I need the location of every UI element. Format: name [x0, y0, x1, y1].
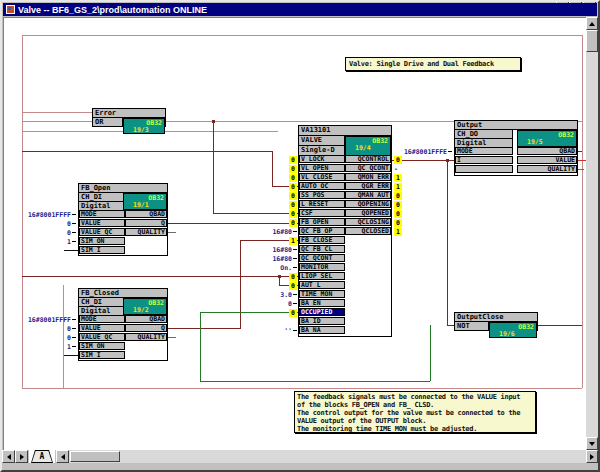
position-label: 19/2 — [124, 306, 166, 313]
pin-vl_open[interactable]: VL_OPEN — [299, 164, 345, 172]
scroll-left-button[interactable] — [56, 450, 69, 463]
sheet-tab-label: A — [40, 452, 45, 461]
pin-qgr_err[interactable]: QGR_ERR — [345, 182, 391, 190]
pin-value-ba_na: '' — [284, 327, 297, 335]
scroll-right-button[interactable] — [586, 450, 598, 463]
pin-ba_id[interactable]: BA_ID — [299, 317, 345, 325]
note-description[interactable]: The feedback signals must be connected t… — [294, 391, 536, 433]
vertical-scrollbar[interactable] — [586, 17, 598, 450]
input-pins: MODEVALUEVALUE_QCSIM_ONSIM_I — [79, 210, 125, 255]
pin-value_qc[interactable]: VALUE_QC — [79, 228, 125, 236]
pin-qclosed[interactable]: QCLOSED — [345, 227, 391, 235]
block-output[interactable]: Output CH_DO Digital OB32 19/5 MODEI QBA… — [454, 120, 578, 176]
pin-v_lock[interactable]: V_LOCK — [299, 155, 345, 163]
wire — [200, 381, 430, 382]
right-arrow-icon — [20, 454, 24, 460]
block-output-close[interactable]: OutputClose NOT OB32 19/6 — [454, 312, 538, 331]
pin-qc_fb_op[interactable]: QC_FB_OP — [299, 227, 345, 235]
pin-sim_i[interactable]: SIM_I — [79, 246, 125, 254]
vertical-scroll-thumb[interactable] — [586, 30, 598, 52]
wire — [582, 35, 583, 388]
pin-value[interactable]: VALUE — [79, 219, 125, 227]
pin-time_mon[interactable]: TIME_MON — [299, 290, 345, 298]
pin-quality[interactable]: QUALITY — [517, 165, 577, 173]
wire — [447, 325, 454, 326]
pin-value-qc_fb_cl: 16#80 — [272, 246, 297, 254]
pin-fb_close[interactable]: FB_CLOSE — [299, 236, 345, 244]
wire — [578, 151, 582, 152]
pin-aut_l[interactable]: AUT_L — [299, 281, 345, 289]
pin-qclosing[interactable]: QCLOSING — [345, 218, 391, 226]
task-label: OB32 — [518, 131, 576, 138]
pin-l_reset[interactable]: L_RESET — [299, 200, 345, 208]
pin-mode[interactable]: MODE — [79, 210, 125, 218]
block-error[interactable]: Error OR OB32 19/3 — [92, 108, 166, 127]
pin-ss_pos[interactable]: SS_POS — [299, 191, 345, 199]
pin-value-sim_on: 1 — [67, 238, 76, 246]
pin-qmon_err[interactable]: QMON_ERR — [345, 173, 391, 181]
pin-sim_i[interactable]: SIM_I — [79, 351, 125, 359]
sheet-tab-a[interactable]: A — [31, 450, 53, 463]
pin-sim_on[interactable]: SIM_ON — [79, 342, 125, 350]
pin-value[interactable]: VALUE — [79, 324, 125, 332]
horizontal-scrollbar[interactable] — [69, 450, 586, 463]
scroll-down-button[interactable] — [586, 437, 598, 450]
wire — [22, 121, 92, 122]
pin-blank[interactable] — [455, 165, 513, 173]
pin-quality[interactable]: QUALITY — [125, 333, 167, 341]
pin-liop_sel[interactable]: LIOP_SEL — [299, 272, 345, 280]
pin-mode[interactable]: MODE — [455, 147, 513, 155]
pin-i[interactable]: I — [455, 156, 513, 164]
pin-auto_oc[interactable]: AUTO_OC — [299, 182, 345, 190]
pin-qbad[interactable]: QBAD — [125, 210, 167, 218]
left-arrow-icon — [61, 454, 65, 460]
pin-qopened[interactable]: QOPENED — [345, 209, 391, 217]
wire — [168, 232, 176, 233]
pin-qc_fb_cl[interactable]: QC_FB_CL — [299, 245, 345, 253]
pin-fb_open[interactable]: FB_OPEN — [299, 218, 345, 226]
block-fb-open[interactable]: FB_Open CH_DI Digital OB32 19/1 MODEVALU… — [78, 183, 168, 256]
pin-ba_na[interactable]: BA_NA — [299, 326, 345, 334]
pin-ba_en[interactable]: BA_EN — [299, 299, 345, 307]
pin-vl_close[interactable]: VL_CLOSE — [299, 173, 345, 181]
cfc-editor-window: { "window": { "title": "Valve -- BF6_GS_… — [0, 0, 600, 472]
pin-qc_qcont[interactable]: QC_QCONT — [299, 254, 345, 262]
pin-qbad[interactable]: QBAD — [517, 147, 577, 155]
pin-csf[interactable]: CSF — [299, 209, 345, 217]
scroll-up-button[interactable] — [586, 17, 598, 30]
pin-qbad[interactable]: QBAD — [125, 315, 167, 323]
pin-qopening[interactable]: QOPENING — [345, 200, 391, 208]
pin-occupied[interactable]: OCCUPIED — [299, 308, 345, 316]
input-pins: MODEVALUEVALUE_QCSIM_ONSIM_I — [79, 315, 125, 360]
sheet-tabs: A — [29, 450, 55, 463]
horizontal-scroll-thumb[interactable] — [70, 451, 120, 462]
pin-value-qc_qcont: 16#80 — [272, 255, 297, 263]
note-line: of the blocks FB_OPEN and FB_ CLSD. — [297, 401, 533, 409]
pin-mode[interactable]: MODE — [79, 315, 125, 323]
pin-value-qopening: 0 — [394, 201, 402, 209]
sheet-next-button[interactable] — [15, 450, 28, 463]
pin-quality[interactable]: QUALITY — [125, 228, 167, 236]
task-label: OB32 — [346, 137, 390, 144]
title-bar[interactable]: Valve -- BF6_GS_2\prod\automation ONLINE — [3, 3, 597, 16]
output-pins: QBADVALUEQUALITY — [517, 147, 577, 174]
wire — [430, 325, 431, 381]
pin-monitor[interactable]: MONITOR — [299, 263, 345, 271]
block-fb-closed[interactable]: FB_Closed CH_DI Digital OB32 19/2 MODEVA… — [78, 288, 168, 361]
note-title[interactable]: Valve: Single Drive and Dual Feedback — [345, 57, 521, 71]
pin-q[interactable]: Q — [125, 324, 167, 332]
wire — [22, 388, 582, 389]
pin-sim_on[interactable]: SIM_ON — [79, 237, 125, 245]
position-label: 19/1 — [124, 201, 166, 208]
pin-value-mode: 16#8001FFFE — [404, 148, 452, 156]
wire — [22, 112, 92, 113]
position-label: 19/5 — [518, 138, 576, 145]
fb-closed-input-values: 16#8001FFFF001 — [18, 315, 76, 360]
task-label: OB32 — [124, 299, 166, 306]
block-type: OR — [93, 118, 123, 127]
pin-value[interactable]: VALUE — [517, 156, 577, 164]
pin-qman_aut[interactable]: QMAN_AUT — [345, 191, 391, 199]
pin-value_qc[interactable]: VALUE_QC — [79, 333, 125, 341]
sheet-prev-button[interactable] — [2, 450, 15, 463]
pin-q[interactable]: Q — [125, 219, 167, 227]
